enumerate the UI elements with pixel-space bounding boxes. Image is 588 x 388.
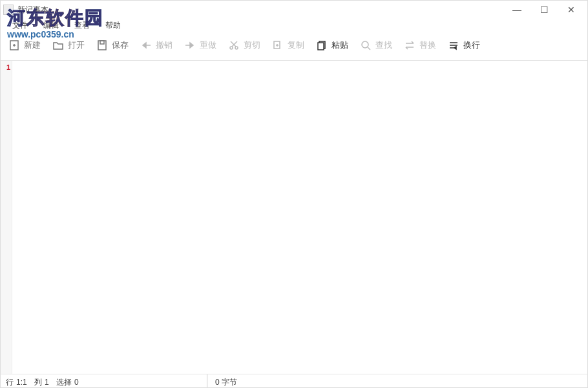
close-button[interactable]: ✕ <box>558 1 585 19</box>
svg-rect-3 <box>98 41 106 50</box>
menu-edit[interactable]: 编辑 <box>36 19 67 33</box>
menu-view[interactable]: 查看 <box>67 19 98 33</box>
status-row-label: 行 <box>6 377 14 388</box>
wrap-label: 换行 <box>463 39 480 51</box>
open-label: 打开 <box>68 39 85 51</box>
redo-label: 重做 <box>200 39 216 51</box>
find-button[interactable]: 查找 <box>355 37 397 54</box>
new-label: 新建 <box>24 39 41 51</box>
status-sel-value: 0 <box>74 378 79 387</box>
line-number: 1 <box>2 63 10 71</box>
status-sel-label: 选择 <box>56 377 72 388</box>
maximize-button[interactable]: ☐ <box>530 1 558 19</box>
replace-button[interactable]: 替换 <box>399 37 441 54</box>
toolbar: 新建 打开 保存 撤销 重做 剪切 复制 粘贴 查找 替换 换行 <box>1 33 587 58</box>
menubar: 文件 编辑 查看 帮助 <box>1 19 587 33</box>
statusbar: 行 1:1 列 1 选择 0 0 字节 <box>1 374 587 388</box>
replace-label: 替换 <box>419 39 436 51</box>
paste-icon <box>316 39 328 51</box>
menu-file[interactable]: 文件 <box>5 19 36 33</box>
replace-icon <box>404 39 415 51</box>
status-col-value: 1 <box>45 378 49 387</box>
find-icon <box>360 39 372 51</box>
redo-button[interactable]: 重做 <box>179 37 222 54</box>
svg-rect-15 <box>318 43 324 50</box>
copy-button[interactable]: 复制 <box>267 37 310 54</box>
minimize-button[interactable]: — <box>503 1 530 19</box>
status-row-value: 1:1 <box>16 378 27 387</box>
new-button[interactable]: 新建 <box>3 37 46 54</box>
window-controls: — ☐ ✕ <box>503 1 585 19</box>
text-area[interactable] <box>12 61 587 374</box>
status-size: 0 字节 <box>207 377 245 388</box>
app-icon <box>3 5 14 15</box>
svg-point-8 <box>235 47 238 49</box>
cut-icon <box>228 39 240 51</box>
copy-icon <box>272 39 284 51</box>
wrap-icon <box>448 39 459 51</box>
find-label: 查找 <box>375 39 392 51</box>
svg-rect-4 <box>100 41 104 44</box>
save-icon <box>96 39 108 51</box>
svg-point-7 <box>230 47 233 49</box>
status-left: 行 1:1 列 1 选择 0 <box>1 374 207 388</box>
titlebar: 新记事本 — ☐ ✕ <box>1 1 587 19</box>
new-icon <box>8 39 20 51</box>
line-gutter: 1 <box>1 61 12 374</box>
status-col-label: 列 <box>34 377 42 388</box>
svg-line-17 <box>368 47 370 50</box>
open-button[interactable]: 打开 <box>47 37 90 54</box>
svg-point-16 <box>362 41 368 48</box>
paste-button[interactable]: 粘贴 <box>311 37 353 54</box>
window-title: 新记事本 <box>17 5 48 16</box>
paste-label: 粘贴 <box>331 39 348 51</box>
menu-help[interactable]: 帮助 <box>98 19 129 33</box>
open-icon <box>52 39 64 51</box>
undo-button[interactable]: 撤销 <box>135 37 178 54</box>
redo-icon <box>184 39 196 51</box>
editor: 1 <box>1 60 587 374</box>
undo-label: 撤销 <box>156 39 173 51</box>
cut-button[interactable]: 剪切 <box>223 37 266 54</box>
cut-label: 剪切 <box>244 39 260 51</box>
save-label: 保存 <box>112 39 129 51</box>
wrap-button[interactable]: 换行 <box>443 37 485 54</box>
copy-label: 复制 <box>288 39 304 51</box>
undo-icon <box>140 39 152 51</box>
save-button[interactable]: 保存 <box>91 37 134 54</box>
